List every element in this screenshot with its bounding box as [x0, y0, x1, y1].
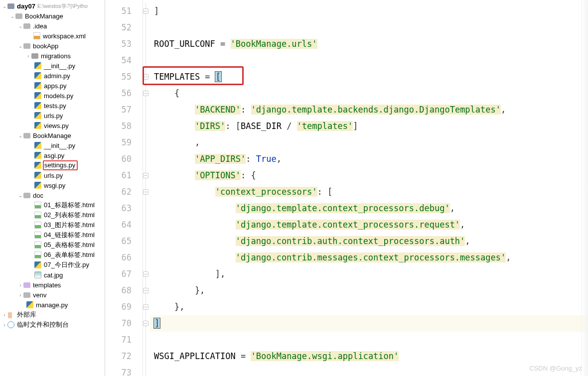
- fold-marker-icon[interactable]: –: [143, 271, 148, 277]
- line-number: 61: [105, 167, 143, 184]
- tree-folder-venv[interactable]: › venv: [0, 290, 105, 300]
- tree-file[interactable]: __init__.py: [0, 140, 105, 150]
- chevron-down-icon[interactable]: ⌄: [2, 3, 7, 9]
- line-number: 58: [105, 118, 143, 134]
- tree-label: 临时文件和控制台: [17, 320, 69, 329]
- tree-file[interactable]: 07_今日作业.py: [0, 260, 105, 270]
- fold-marker-icon[interactable]: –: [143, 74, 148, 80]
- tree-folder-idea[interactable]: ⌄ .idea: [0, 21, 105, 31]
- code-line[interactable]: 'django.template.context_processors.requ…: [150, 217, 588, 233]
- editor-scrollbar[interactable]: [581, 0, 588, 376]
- tree-file[interactable]: 05_表格标签.html: [0, 240, 105, 250]
- tree-file[interactable]: asgi.py: [0, 150, 105, 160]
- code-line-current[interactable]: ]: [150, 315, 588, 332]
- code-line[interactable]: },: [150, 282, 588, 299]
- tree-label: asgi.py: [44, 152, 64, 159]
- html-file-icon: [34, 202, 41, 209]
- code-line[interactable]: ROOT_URLCONF = 'BookManage.urls': [150, 36, 588, 52]
- fold-marker-icon[interactable]: –: [143, 91, 148, 96]
- fold-marker-icon[interactable]: –: [143, 304, 148, 310]
- tree-folder-bookmanage[interactable]: ⌄ BookManage: [0, 11, 105, 21]
- fold-marker-icon[interactable]: –: [143, 8, 148, 14]
- code-line[interactable]: ]: [150, 3, 588, 19]
- chevron-down-icon[interactable]: ⌄: [18, 133, 23, 138]
- xml-file-icon: [33, 32, 40, 39]
- fold-marker-icon[interactable]: –: [143, 288, 148, 293]
- line-number: 65: [105, 233, 143, 250]
- fold-marker-icon[interactable]: –: [143, 321, 148, 326]
- code-line[interactable]: TEMPLATES = [: [150, 69, 588, 85]
- code-line[interactable]: },: [150, 299, 588, 315]
- tree-file[interactable]: __init__.py: [0, 61, 105, 71]
- tree-root[interactable]: ⌄ day07 E:\westos学习\Pytho: [0, 1, 105, 11]
- code-line[interactable]: 'APP_DIRS': True,: [150, 151, 588, 167]
- chevron-down-icon[interactable]: ⌄: [10, 13, 15, 19]
- code-content[interactable]: ] ROOT_URLCONF = 'BookManage.urls' TEMPL…: [150, 0, 588, 376]
- tree-file[interactable]: manage.py: [0, 300, 105, 310]
- tree-file[interactable]: admin.py: [0, 71, 105, 81]
- line-number-gutter: 51 52 53 54 55 56 57 58 59 60 61 62 63 6…: [105, 0, 143, 376]
- python-file-icon: [34, 122, 41, 129]
- tree-file[interactable]: wsgi.py: [0, 180, 105, 190]
- tree-label: 01_标题标签.html: [44, 201, 95, 210]
- code-line[interactable]: 'DIRS': [BASE_DIR / 'templates']: [150, 118, 588, 134]
- watermark: CSDN @Gong_yz: [529, 365, 582, 372]
- chevron-down-icon[interactable]: ⌄: [18, 23, 23, 29]
- tree-label: doc: [33, 192, 43, 199]
- fold-marker-icon[interactable]: –: [143, 189, 148, 195]
- project-tree[interactable]: ⌄ day07 E:\westos学习\Pytho ⌄ BookManage ⌄…: [0, 0, 105, 376]
- line-number: 71: [105, 332, 143, 348]
- tree-file-workspace[interactable]: workspace.xml: [0, 31, 105, 41]
- code-line[interactable]: [150, 365, 588, 376]
- code-line[interactable]: 'django.contrib.auth.context_processors.…: [150, 233, 588, 250]
- tree-file[interactable]: 04_链接标签.html: [0, 230, 105, 240]
- line-number: 60: [105, 151, 143, 167]
- tree-file[interactable]: tests.py: [0, 101, 105, 111]
- code-line[interactable]: [150, 19, 588, 36]
- html-file-icon: [34, 222, 41, 229]
- html-file-icon: [34, 212, 41, 219]
- code-line[interactable]: 'django.template.context_processors.debu…: [150, 200, 588, 217]
- tree-file[interactable]: 06_表单标签.html: [0, 250, 105, 260]
- code-line[interactable]: 'context_processors': [: [150, 184, 588, 200]
- chevron-right-icon[interactable]: ›: [18, 292, 23, 298]
- code-line[interactable]: [150, 52, 588, 69]
- fold-gutter[interactable]: – – – – – – – – –: [143, 0, 150, 376]
- code-line[interactable]: 'django.contrib.messages.context_process…: [150, 250, 588, 266]
- tree-file[interactable]: 02_列表标签.html: [0, 210, 105, 220]
- chevron-right-icon[interactable]: ›: [26, 53, 31, 59]
- tree-external-libs[interactable]: › 外部库: [0, 310, 105, 320]
- chevron-right-icon[interactable]: ›: [2, 322, 7, 328]
- python-file-icon: [26, 301, 33, 308]
- tree-file-settings[interactable]: settings.py: [0, 160, 105, 170]
- tree-folder-doc[interactable]: ⌄ doc: [0, 190, 105, 200]
- chevron-down-icon[interactable]: ⌄: [18, 193, 23, 198]
- tree-file[interactable]: views.py: [0, 121, 105, 130]
- tree-folder-bookmanage-pkg[interactable]: ⌄ BookManage: [0, 130, 105, 140]
- python-file-icon: [34, 82, 41, 89]
- code-line[interactable]: ],: [150, 266, 588, 282]
- code-line[interactable]: WSGI_APPLICATION = 'BookManage.wsgi.appl…: [150, 348, 588, 365]
- code-line[interactable]: 'OPTIONS': {: [150, 167, 588, 184]
- tree-file[interactable]: 01_标题标签.html: [0, 200, 105, 210]
- code-line[interactable]: [150, 332, 588, 348]
- tree-folder-templates[interactable]: › templates: [0, 280, 105, 290]
- code-line[interactable]: {: [150, 85, 588, 102]
- python-file-icon: [34, 72, 41, 79]
- code-line[interactable]: 'BACKEND': 'django.template.backends.dja…: [150, 102, 588, 118]
- tree-file[interactable]: 03_图片标签.html: [0, 220, 105, 230]
- chevron-down-icon[interactable]: ⌄: [18, 43, 23, 49]
- code-editor[interactable]: 51 52 53 54 55 56 57 58 59 60 61 62 63 6…: [105, 0, 588, 376]
- tree-file[interactable]: cat.jpg: [0, 270, 105, 280]
- tree-file[interactable]: models.py: [0, 91, 105, 101]
- code-line[interactable]: ,: [150, 134, 588, 151]
- tree-file[interactable]: urls.py: [0, 111, 105, 121]
- tree-scratches[interactable]: › 临时文件和控制台: [0, 320, 105, 330]
- tree-file[interactable]: apps.py: [0, 81, 105, 91]
- fold-marker-icon[interactable]: –: [143, 173, 148, 178]
- tree-folder-migrations[interactable]: › migrations: [0, 51, 105, 61]
- chevron-right-icon[interactable]: ›: [2, 312, 7, 318]
- tree-folder-bookapp[interactable]: ⌄ bookApp: [0, 41, 105, 51]
- chevron-right-icon[interactable]: ›: [18, 282, 23, 288]
- tree-file[interactable]: urls.py: [0, 170, 105, 180]
